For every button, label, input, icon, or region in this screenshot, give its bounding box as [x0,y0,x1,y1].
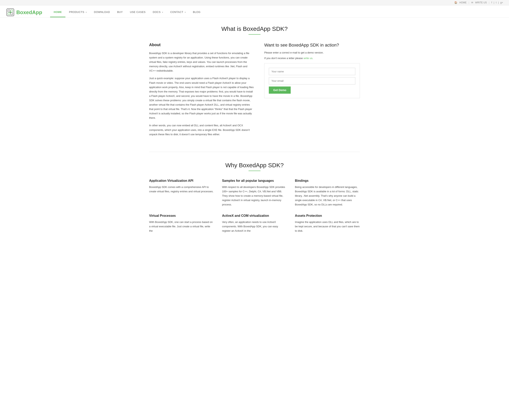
sep1: | [468,1,469,4]
logo-black: Boxed [16,9,32,15]
sep4: | [498,1,499,4]
why-item-1: Samples for all popular languages With r… [222,179,287,207]
home-link[interactable]: HOME [459,1,466,4]
about-p1: BoxedApp SDK is a developer library that… [149,51,254,73]
why-item-0: Application Virtualization API BoxedApp … [149,179,214,207]
section1-title: What is BoxedApp SDK? [149,25,360,32]
svg-rect-4 [11,13,13,15]
main-content: What is BoxedApp SDK? About BoxedApp SDK… [145,17,364,241]
why-text-3: With BoxedApp SDK, one can start a proce… [149,220,214,233]
chevron-down-icon: ▾ [86,11,87,13]
demo-note-post: . [312,57,313,60]
nav-item-usecases[interactable]: USE CASES [126,7,149,17]
title-underline2 [248,171,261,171]
write-icon: ✉ [471,1,473,4]
logo-green: App [32,9,42,15]
logo[interactable]: BoxedApp [6,8,42,17]
home-icon: 🏠 [454,1,457,4]
demo-intro: Please enter a correct e-mail to get a d… [264,51,360,55]
about-right: Want to see BoxedApp SDK in action? Plea… [264,43,360,140]
about-left: About BoxedApp SDK is a developer librar… [149,43,254,140]
main-nav: HOME PRODUCTS ▾ DOWNLOAD BUY USE CASES D… [50,7,204,17]
why-item-3: Virtual Processes With BoxedApp SDK, one… [149,214,214,233]
about-p3: In other words, you can now embed all DL… [149,123,254,136]
svg-rect-1 [8,10,10,12]
name-input[interactable] [269,68,355,75]
demo-note-pre: If you don't receive a letter please [264,57,304,60]
demo-heading: Want to see BoxedApp SDK in action? [264,43,360,48]
why-text-2: Being accessible for developers in diffe… [295,185,360,207]
why-text-1: With respect to all developers BoxedApp … [222,185,287,207]
nav-item-contact[interactable]: CONTACT ▾ [167,7,189,17]
why-text-0: BoxedApp SDK comes with a comprehensive … [149,185,214,194]
why-item-2: Bindings Being accessible for developers… [295,179,360,207]
header: BoxedApp HOME PRODUCTS ▾ DOWNLOAD BUY US… [0,5,509,17]
top-bar: 🏠 HOME | ✉ WRITE US | f | t | g+ [0,0,509,5]
why-heading-0: Application Virtualization API [149,179,214,183]
why-item-4: ActiveX and COM virtualization Very ofte… [222,214,287,233]
section-separator [149,152,360,152]
sep3: | [494,1,494,4]
why-heading-4: ActiveX and COM virtualization [222,214,287,218]
write-us-link[interactable]: WRITE US [475,1,487,4]
title-underline [248,34,261,35]
nav-item-products[interactable]: PRODUCTS ▾ [65,7,90,17]
nav-item-download[interactable]: DOWNLOAD [90,7,114,17]
twitter-link[interactable]: t [496,1,496,4]
section2-title: Why BoxedApp SDK? [149,162,360,169]
write-us-link2[interactable]: write us [304,57,313,60]
logo-text: BoxedApp [16,9,42,15]
why-item-5: Assets Protection Imagine the applicatio… [295,214,360,233]
about-p2: Just a quick example: suppose your appli… [149,76,254,120]
chevron-down-icon-docs: ▾ [162,11,163,13]
chevron-down-icon-contact: ▾ [185,11,186,13]
why-heading-3: Virtual Processes [149,214,214,218]
nav-item-docs[interactable]: DOCS ▾ [149,7,167,17]
gplus-link[interactable]: g+ [500,1,503,4]
why-heading-5: Assets Protection [295,214,360,218]
why-text-5: Imagine the application uses DLL and fil… [295,220,360,233]
nav-item-buy[interactable]: BUY [113,7,126,17]
logo-icon [6,8,15,17]
demo-form: Get Demo [264,63,360,98]
social-links: f | t | g+ [491,1,503,4]
about-heading: About [149,43,254,47]
why-grid: Application Virtualization API BoxedApp … [149,179,360,233]
svg-rect-3 [8,13,10,15]
about-section: About BoxedApp SDK is a developer librar… [149,43,360,140]
why-text-4: Very often, an application needs to use … [222,220,287,233]
nav-item-home[interactable]: HOME [50,7,65,17]
email-input[interactable] [269,77,355,84]
why-heading-1: Samples for all popular languages [222,179,287,183]
nav-item-blog[interactable]: BLOG [189,7,204,17]
svg-point-5 [10,12,11,13]
facebook-link[interactable]: f [491,1,492,4]
why-heading-2: Bindings [295,179,360,183]
sep2: | [489,1,489,4]
svg-rect-2 [11,10,13,12]
demo-email-note: If you don't receive a letter please wri… [264,56,360,60]
get-demo-button[interactable]: Get Demo [269,87,291,94]
